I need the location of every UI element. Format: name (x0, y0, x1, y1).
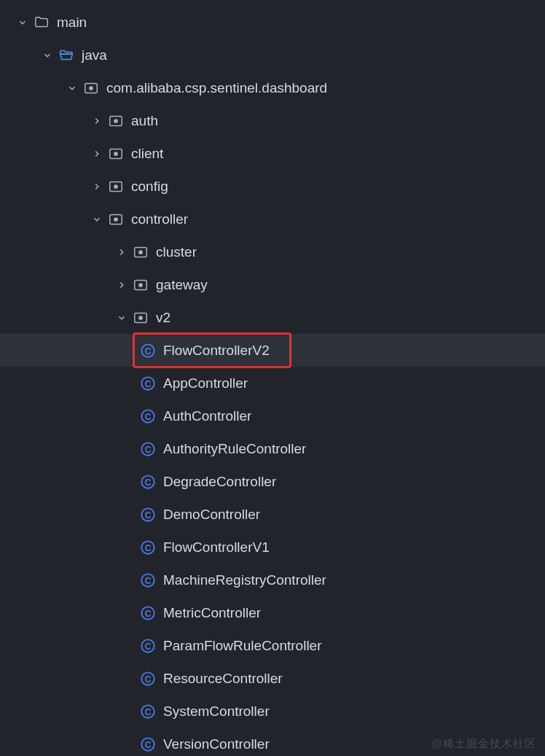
tree-item-label: cluster (156, 244, 197, 260)
file-tree: mainjavacom.alibaba.csp.sentinel.dashboa… (0, 6, 545, 756)
svg-text:C: C (145, 444, 152, 454)
chevron-down-icon[interactable] (16, 16, 29, 29)
folder-open-icon (58, 47, 74, 63)
class-icon: C (140, 441, 156, 457)
chevron-down-icon[interactable] (90, 213, 103, 226)
tree-item-label: AppController (163, 375, 248, 391)
tree-item-label: v2 (156, 310, 170, 326)
svg-text:C: C (145, 641, 152, 651)
tree-item-controller[interactable]: controller (0, 203, 545, 235)
chevron-down-icon[interactable] (66, 82, 79, 95)
class-icon: C (140, 539, 156, 556)
svg-point-15 (139, 316, 142, 319)
chevron-right-icon[interactable] (90, 147, 103, 160)
svg-point-11 (139, 250, 142, 253)
chevron-right-icon[interactable] (115, 246, 128, 259)
svg-text:C: C (145, 378, 152, 389)
tree-item-resourcecontroller[interactable]: CResourceController (0, 662, 545, 695)
svg-text:C: C (145, 575, 152, 585)
package-icon (133, 244, 149, 260)
package-icon (133, 310, 149, 326)
chevron-right-icon[interactable] (90, 180, 103, 193)
tree-item-label: com.alibaba.csp.sentinel.dashboard (106, 80, 327, 96)
svg-point-7 (114, 184, 117, 187)
tree-item-metriccontroller[interactable]: CMetricController (0, 596, 545, 629)
tree-item-config[interactable]: config (0, 170, 545, 203)
svg-point-5 (114, 152, 117, 155)
tree-item-label: ResourceController (163, 671, 283, 687)
tree-item-label: FlowControllerV2 (163, 343, 270, 359)
tree-item-label: SystemController (163, 704, 270, 720)
tree-item-label: DemoController (163, 507, 260, 523)
tree-item-label: config (131, 179, 168, 195)
tree-item-label: VersionController (163, 736, 270, 752)
tree-item-label: main (57, 15, 87, 31)
class-icon: C (140, 375, 156, 391)
svg-point-13 (139, 283, 142, 286)
svg-text:C: C (145, 608, 152, 618)
tree-item-label: AuthController (163, 408, 251, 424)
tree-item-client[interactable]: client (0, 137, 545, 170)
tree-item-authcontroller[interactable]: CAuthController (0, 400, 545, 432)
class-icon: C (140, 736, 156, 752)
tree-item-degradecontroller[interactable]: CDegradeController (0, 465, 545, 498)
tree-item-auth[interactable]: auth (0, 104, 545, 137)
tree-item-main[interactable]: main (0, 6, 545, 39)
package-icon (133, 277, 149, 293)
class-icon: C (140, 704, 156, 720)
tree-item-flowcontrollerv2[interactable]: CFlowControllerV2 (0, 334, 545, 367)
tree-item-paramflowrulecontroller[interactable]: CParamFlowRuleController (0, 629, 545, 662)
tree-item-machineregistrycontroller[interactable]: CMachineRegistryController (0, 564, 545, 596)
svg-text:C: C (145, 674, 152, 684)
tree-item-label: ParamFlowRuleController (163, 638, 322, 654)
chevron-right-icon[interactable] (90, 114, 103, 128)
tree-item-label: MachineRegistryController (163, 572, 326, 588)
class-icon: C (140, 507, 156, 523)
class-icon: C (140, 638, 156, 654)
class-icon: C (140, 605, 156, 621)
chevron-down-icon[interactable] (41, 49, 54, 62)
package-icon (108, 113, 124, 129)
class-icon: C (140, 671, 156, 687)
tree-item-appcontroller[interactable]: CAppController (0, 367, 545, 400)
svg-text:C: C (145, 346, 152, 356)
tree-item-label: client (131, 146, 163, 162)
tree-item-authorityrulecontroller[interactable]: CAuthorityRuleController (0, 432, 545, 465)
tree-item-systemcontroller[interactable]: CSystemController (0, 695, 545, 728)
svg-text:C: C (145, 739, 152, 749)
tree-item-flowcontrollerv1[interactable]: CFlowControllerV1 (0, 531, 545, 564)
tree-item-label: AuthorityRuleController (163, 441, 306, 457)
folder-icon (34, 15, 50, 31)
svg-point-3 (114, 119, 117, 122)
package-icon (83, 80, 99, 96)
class-icon: C (140, 474, 156, 490)
svg-text:C: C (145, 542, 152, 553)
tree-item-label: java (82, 47, 107, 63)
watermark: @稀土掘金技术社区 (431, 737, 536, 751)
tree-item-label: controller (131, 211, 188, 227)
chevron-right-icon[interactable] (115, 278, 128, 292)
tree-item-label: DegradeController (163, 474, 276, 490)
tree-item-com-alibaba-csp-sentinel-dashboard[interactable]: com.alibaba.csp.sentinel.dashboard (0, 71, 545, 104)
class-icon: C (140, 572, 156, 588)
svg-text:C: C (145, 510, 152, 520)
tree-item-label: gateway (156, 277, 208, 293)
tree-item-cluster[interactable]: cluster (0, 235, 545, 268)
class-icon: C (140, 343, 156, 359)
class-icon: C (140, 408, 156, 424)
tree-item-v2[interactable]: v2 (0, 301, 545, 334)
tree-item-java[interactable]: java (0, 39, 545, 71)
svg-point-9 (114, 217, 117, 220)
tree-item-label: MetricController (163, 605, 261, 621)
svg-text:C: C (145, 411, 152, 421)
package-icon (108, 179, 124, 195)
tree-item-label: FlowControllerV1 (163, 539, 270, 556)
tree-item-democontroller[interactable]: CDemoController (0, 498, 545, 531)
svg-text:C: C (145, 477, 152, 487)
chevron-down-icon[interactable] (115, 311, 128, 324)
svg-text:C: C (145, 706, 152, 717)
tree-item-label: auth (131, 113, 158, 129)
package-icon (108, 211, 124, 227)
tree-item-gateway[interactable]: gateway (0, 268, 545, 301)
package-icon (108, 146, 124, 162)
